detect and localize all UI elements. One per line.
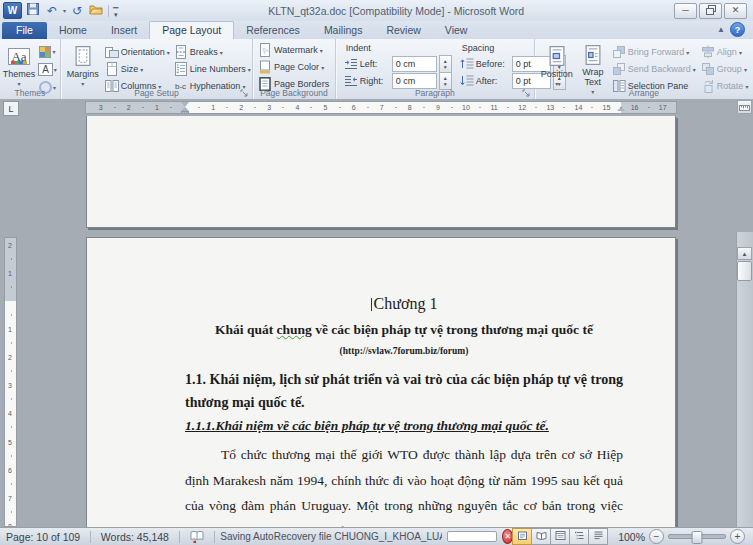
open-button[interactable]	[88, 3, 104, 19]
document-page-previous[interactable]	[86, 116, 676, 228]
tab-view[interactable]: View	[433, 22, 480, 39]
ruler-number: 15	[603, 104, 611, 111]
zoom-slider-thumb[interactable]	[692, 531, 703, 544]
text-cursor	[371, 298, 372, 311]
ruler-tick	[114, 107, 115, 108]
ruler-row: L 3211234567891011121314151617	[0, 99, 753, 116]
zoom-in-button[interactable]: +	[730, 529, 745, 544]
word-logo-icon[interactable]: W	[3, 2, 22, 19]
themes-group-label: Themes	[0, 88, 60, 98]
page-background-group-label: Page Background	[253, 88, 335, 98]
ruler-number: 6	[8, 466, 12, 473]
zoom-slider[interactable]	[668, 534, 726, 539]
full-screen-reading-icon	[536, 530, 547, 543]
indent-right-input[interactable]: 0 cm	[392, 73, 437, 89]
word-count[interactable]: Words: 45,148	[97, 531, 173, 543]
tab-review[interactable]: Review	[374, 22, 432, 39]
align-button[interactable]: Align▾	[701, 44, 749, 60]
view-ruler-toggle[interactable]	[737, 100, 752, 114]
draft-view-button[interactable]	[588, 528, 608, 545]
redo-button[interactable]: ↺	[69, 3, 85, 19]
breaks-button[interactable]: Breaks▾	[174, 44, 251, 60]
ruler-number: 6	[352, 104, 356, 111]
page-setup-dialog-launcher[interactable]	[239, 87, 250, 98]
page-color-button[interactable]: Page Color▾	[258, 59, 335, 75]
tab-file[interactable]: File	[2, 22, 47, 39]
ruler-tick	[480, 107, 481, 108]
ruler-number: 7	[8, 494, 12, 501]
outline-view-button[interactable]	[569, 528, 589, 545]
minimize-ribbon-icon[interactable]: ▲	[717, 25, 725, 34]
window-controls: ─ ✕	[674, 3, 753, 19]
size-button[interactable]: Size▾	[105, 61, 170, 77]
ruler-number: 10	[462, 104, 470, 111]
ruler-tick	[11, 343, 12, 344]
undo-dropdown-arrow[interactable]: ▾	[63, 7, 66, 14]
orientation-button[interactable]: Orientation▾	[105, 44, 170, 60]
indent-label: Indent	[346, 43, 452, 53]
vertical-ruler[interactable]: 2112345678	[4, 237, 17, 527]
theme-fonts-button[interactable]: A▾	[37, 61, 58, 78]
arrange-group-label: Arrange	[535, 88, 753, 98]
status-bar: Page: 10 of 109 Words: 45,148 Saving Aut…	[0, 527, 753, 545]
themes-button[interactable]: Aa Themes▾	[3, 41, 35, 89]
indent-left-input[interactable]: 0 cm	[392, 56, 437, 72]
restore-button[interactable]	[699, 3, 722, 19]
undo-button[interactable]: ↶	[44, 3, 60, 19]
save-icon	[26, 2, 40, 20]
left-indent-marker[interactable]	[181, 111, 189, 114]
ruler-tick	[339, 107, 340, 108]
save-button[interactable]	[25, 3, 41, 19]
tab-stop-selector[interactable]: L	[3, 101, 19, 116]
page-setup-group-label: Page Setup	[61, 88, 252, 98]
horizontal-ruler[interactable]: 3211234567891011121314151617	[85, 101, 677, 114]
page-content[interactable]: Chương 1 Khái quát chung về các biện phá…	[185, 238, 623, 527]
ruler-number: 16	[631, 104, 639, 111]
indent-left-label: Left:	[360, 59, 390, 69]
ruler-tick	[11, 315, 12, 316]
line-numbers-button[interactable]: 12Line Numbers▾	[174, 61, 251, 77]
paragraph-dialog-launcher[interactable]	[521, 87, 532, 98]
send-backward-button[interactable]: Send Backward▾	[612, 61, 696, 77]
indent-left-spinner[interactable]: ▲▼	[439, 55, 452, 73]
zoom-out-button[interactable]: −	[649, 529, 664, 544]
wrap-text-icon	[582, 45, 604, 65]
document-page-current[interactable]: Chương 1 Khái quát chung về các biện phá…	[86, 237, 676, 527]
minimize-button[interactable]: ─	[674, 3, 697, 19]
position-button[interactable]: Position▾	[540, 41, 574, 89]
tab-mailings[interactable]: Mailings	[312, 22, 375, 39]
zoom-level[interactable]: 100%	[618, 531, 645, 543]
page-indicator[interactable]: Page: 10 of 109	[0, 531, 84, 543]
tab-references[interactable]: References	[234, 22, 312, 39]
print-layout-view-button[interactable]	[512, 528, 532, 545]
document-area: 2112345678 Chương 1 Khái quát chung về c…	[0, 116, 753, 527]
scroll-up-button[interactable]: ▲	[737, 247, 752, 260]
draft-icon	[593, 530, 604, 543]
full-screen-reading-view-button[interactable]	[531, 528, 551, 545]
outline-icon	[574, 530, 585, 543]
ruler-tick	[620, 107, 621, 108]
help-icon[interactable]: ?	[730, 22, 745, 37]
tab-home[interactable]: Home	[47, 22, 99, 39]
breaks-icon	[174, 45, 188, 59]
tab-page-layout[interactable]: Page Layout	[149, 21, 234, 39]
group-button[interactable]: Group▾	[701, 61, 749, 77]
ruler-tick	[227, 107, 228, 108]
tab-insert[interactable]: Insert	[99, 22, 149, 39]
watermark-button[interactable]: AWatermark▾	[258, 42, 335, 58]
proofing-status[interactable]	[186, 529, 208, 545]
ruler-tick	[142, 107, 143, 108]
ruler-number: 3	[99, 104, 103, 111]
scrollbar-thumb[interactable]	[737, 261, 752, 281]
close-button[interactable]: ✕	[724, 3, 747, 19]
bring-forward-button[interactable]: Bring Forward▾	[612, 44, 696, 60]
redo-icon: ↺	[72, 5, 82, 17]
theme-colors-button[interactable]: ▾	[37, 43, 58, 60]
web-layout-view-button[interactable]	[550, 528, 570, 545]
ruler-number: 2	[8, 354, 12, 361]
spellcheck-icon	[190, 533, 204, 545]
margins-button[interactable]: Margins▾	[65, 41, 101, 89]
ruler-tick	[283, 107, 284, 108]
wrap-text-button[interactable]: Wrap Text▾	[577, 41, 609, 89]
vertical-scrollbar[interactable]: ▲ ▼	[736, 232, 753, 527]
